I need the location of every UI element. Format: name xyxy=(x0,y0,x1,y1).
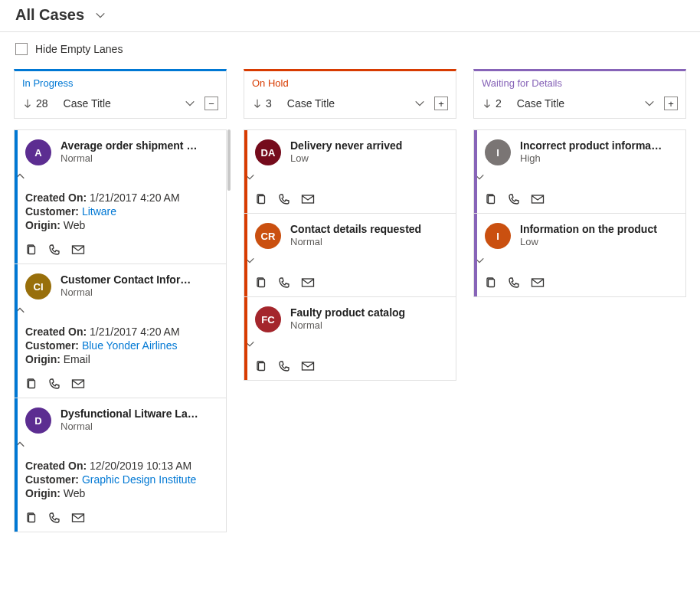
case-priority: Normal xyxy=(61,152,197,164)
avatar: DA xyxy=(255,139,281,165)
lane-header: Waiting for Details 2 Case Title + xyxy=(473,69,686,119)
card-toggle[interactable] xyxy=(474,254,685,272)
case-card[interactable]: CR Contact details requested Normal xyxy=(244,214,456,297)
card-toggle[interactable] xyxy=(244,337,456,355)
card-toggle[interactable] xyxy=(15,170,226,188)
customer-link[interactable]: Graphic Design Institute xyxy=(82,473,196,486)
customer-label: Customer: xyxy=(25,473,79,486)
case-card[interactable]: CI Customer Contact Infor… Normal Create… xyxy=(15,264,226,398)
mail-icon[interactable] xyxy=(301,193,315,205)
lane-sort[interactable]: Case Title xyxy=(517,97,655,110)
card-header: D Dysfunctional Litware La… Normal xyxy=(15,398,226,438)
card-toggle[interactable] xyxy=(15,304,226,322)
phone-icon[interactable] xyxy=(278,277,290,289)
card-accent xyxy=(244,297,247,380)
lane-sort[interactable]: Case Title xyxy=(287,97,425,110)
phone-icon[interactable] xyxy=(278,193,290,205)
lane: On Hold 3 Case Title + DA Delivery never… xyxy=(244,69,456,381)
case-card[interactable]: I Information on the product Low xyxy=(474,214,685,296)
case-card[interactable]: FC Faulty product catalog Normal xyxy=(244,297,456,380)
svg-rect-1 xyxy=(29,247,35,254)
kanban-board: In Progress 28 Case Title − A Average or… xyxy=(0,69,700,548)
copy-icon[interactable] xyxy=(255,193,267,205)
copy-icon[interactable] xyxy=(255,360,267,372)
case-title: Contact details requested xyxy=(290,223,421,235)
case-card[interactable]: A Average order shipment … Normal Create… xyxy=(15,130,226,264)
case-title: Dysfunctional Litware La… xyxy=(61,408,198,420)
phone-icon[interactable] xyxy=(48,512,61,524)
sort-direction[interactable] xyxy=(482,98,492,109)
chevron-down-icon xyxy=(185,98,195,109)
avatar: CR xyxy=(255,223,281,249)
lane-header: On Hold 3 Case Title + xyxy=(244,69,456,119)
sort-field-label: Case Title xyxy=(64,97,111,110)
mail-icon[interactable] xyxy=(531,277,545,289)
card-header: I Information on the product Low xyxy=(474,214,685,254)
case-priority: Normal xyxy=(61,286,191,298)
sort-chevron xyxy=(185,98,195,109)
mail-icon[interactable] xyxy=(301,277,315,289)
created-on-label: Created On: xyxy=(25,326,87,338)
customer-link[interactable]: Blue Yonder Airlines xyxy=(82,339,178,352)
svg-rect-4 xyxy=(29,381,35,388)
sort-direction[interactable] xyxy=(22,98,33,109)
phone-icon[interactable] xyxy=(278,360,290,372)
lane-toggle-button[interactable]: − xyxy=(204,97,218,110)
sort-arrow-icon xyxy=(252,98,263,109)
case-priority: Normal xyxy=(290,319,405,331)
origin-label: Origin: xyxy=(25,487,61,499)
card-accent xyxy=(474,214,477,296)
case-card[interactable]: DA Delivery never arrived Low xyxy=(244,130,456,214)
mail-icon[interactable] xyxy=(531,193,545,205)
phone-icon[interactable] xyxy=(508,193,520,205)
card-toggle[interactable] xyxy=(15,438,226,457)
avatar: FC xyxy=(255,306,281,332)
card-toggle[interactable] xyxy=(244,254,456,272)
chevron-down-icon xyxy=(95,10,106,21)
origin-value: Web xyxy=(64,487,86,499)
case-card[interactable]: D Dysfunctional Litware La… Normal Creat… xyxy=(15,398,226,532)
lane-header: In Progress 28 Case Title − xyxy=(14,69,227,119)
view-title: All Cases xyxy=(15,6,84,24)
lane-toggle-button[interactable]: + xyxy=(434,97,448,110)
view-header: All Cases xyxy=(0,0,700,32)
created-on-value: 1/21/2017 4:20 AM xyxy=(90,326,180,338)
copy-icon[interactable] xyxy=(25,244,38,256)
svg-rect-13 xyxy=(259,280,265,287)
lane-title: On Hold xyxy=(252,77,448,89)
case-priority: Low xyxy=(520,236,657,247)
card-header: FC Faulty product catalog Normal xyxy=(244,297,456,337)
card-accent xyxy=(15,130,18,263)
mail-icon[interactable] xyxy=(71,378,85,390)
copy-icon[interactable] xyxy=(255,277,267,289)
lane-sort[interactable]: Case Title xyxy=(64,97,195,110)
lane-toggle-button[interactable]: + xyxy=(664,97,678,110)
card-toggle[interactable] xyxy=(244,170,456,188)
view-dropdown-chevron[interactable] xyxy=(95,10,106,21)
card-accent xyxy=(15,264,18,398)
mail-icon[interactable] xyxy=(71,244,85,256)
card-toggle[interactable] xyxy=(474,170,685,188)
hide-empty-checkbox[interactable] xyxy=(15,43,28,55)
card-accent xyxy=(244,130,247,213)
copy-icon[interactable] xyxy=(485,277,497,289)
created-on-value: 1/21/2017 4:20 AM xyxy=(90,191,180,204)
svg-rect-19 xyxy=(489,196,495,204)
case-title: Customer Contact Infor… xyxy=(61,273,191,286)
copy-icon[interactable] xyxy=(25,378,38,390)
lane-cards: A Average order shipment … Normal Create… xyxy=(14,129,227,532)
scrollbar[interactable] xyxy=(227,129,231,191)
sort-direction[interactable] xyxy=(252,98,263,109)
mail-icon[interactable] xyxy=(71,512,85,524)
card-actions xyxy=(244,355,456,380)
svg-rect-22 xyxy=(489,280,495,287)
mail-icon[interactable] xyxy=(301,360,315,372)
toolbar: Hide Empty Lanes xyxy=(0,32,700,69)
customer-link[interactable]: Litware xyxy=(82,205,116,218)
case-card[interactable]: I Incorrect product informa… High xyxy=(474,130,685,214)
phone-icon[interactable] xyxy=(508,277,520,289)
phone-icon[interactable] xyxy=(48,378,61,390)
phone-icon[interactable] xyxy=(48,244,61,256)
copy-icon[interactable] xyxy=(25,512,38,524)
copy-icon[interactable] xyxy=(485,193,497,205)
